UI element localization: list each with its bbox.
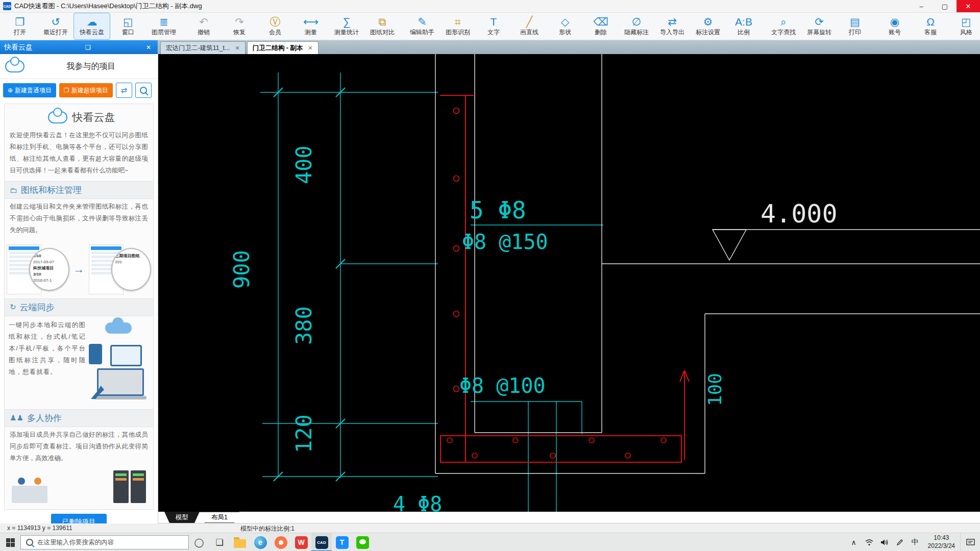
panel-close-icon[interactable]: ✕ bbox=[143, 44, 154, 51]
redo-button[interactable]: ↷恢复 bbox=[222, 13, 257, 40]
wps-taskbar-icon[interactable]: W bbox=[291, 533, 311, 551]
time-text: 10:43 bbox=[928, 534, 955, 542]
cad-drawing-canvas[interactable]: 400 900 380 120 100 5 Φ8 Φ8 @150 Φ8 @100… bbox=[158, 54, 980, 512]
search-icon bbox=[140, 87, 147, 94]
promo-panel: 快看云盘 欢迎使用快看云盘！在这里您不仅可以同步图纸和标注到手机、电脑等各个平台… bbox=[4, 104, 154, 510]
cloud-drive-panel: 快看云盘 ❏ ✕ 我参与的项目 ⊕ 新建普通项目 ❒ 新建超级项目 ⇄ 快看云盘… bbox=[0, 40, 158, 523]
printer-icon: ▤ bbox=[850, 16, 860, 28]
browser-taskbar-icon[interactable] bbox=[271, 533, 291, 551]
draw-line-button[interactable]: ╱画直线 bbox=[511, 13, 547, 40]
taskbar-clock[interactable]: 10:43 2022/3/24 bbox=[923, 534, 960, 550]
sync-button[interactable]: ⇄ bbox=[116, 83, 132, 98]
super-project-icon: ❒ bbox=[64, 87, 69, 94]
shapes-button[interactable]: ◇形状 bbox=[547, 13, 583, 40]
undo-arrow-icon: ↶ bbox=[199, 16, 208, 28]
task-view-button[interactable]: ❏ bbox=[209, 533, 230, 551]
start-button[interactable] bbox=[0, 533, 20, 551]
screen-rotate-button[interactable]: ⟳屏幕旋转 bbox=[801, 13, 837, 40]
doc-tab-building[interactable]: 宏达门卫二-建筑11_t... ✕ bbox=[160, 41, 246, 54]
measure-stats-button[interactable]: ∑测量统计 bbox=[329, 13, 364, 40]
tray-chevron-icon[interactable]: ∧ bbox=[846, 533, 862, 551]
eraser-icon: ⌫ bbox=[593, 16, 608, 28]
tim-taskbar-icon[interactable]: T bbox=[332, 533, 352, 551]
search-project-button[interactable] bbox=[135, 83, 152, 98]
taskbar-search-input[interactable]: 在这里输入你要搜索的内容 bbox=[20, 535, 189, 549]
doc-tab-structure-active[interactable]: 门卫二结构 - 副本 ✕ bbox=[247, 41, 318, 54]
panel-header: 快看云盘 ❏ ✕ bbox=[0, 40, 158, 54]
rebar-label-5phi8: 5 Φ8 bbox=[470, 196, 526, 224]
model-tab[interactable]: 模型 bbox=[164, 512, 200, 523]
model-layout-tab-bar: 模型 布局1 bbox=[158, 512, 980, 523]
dim-900: 900 bbox=[229, 250, 254, 289]
section-collaboration: ♟♟ 多人协作 bbox=[5, 409, 153, 427]
print-button[interactable]: ▤打印 bbox=[837, 13, 873, 40]
vip-member-button[interactable]: Ⓥ会员 bbox=[257, 13, 293, 40]
style-button[interactable]: ◰风格 bbox=[948, 13, 980, 40]
import-export-button[interactable]: ⇄导入导出 bbox=[654, 13, 690, 40]
wifi-icon[interactable] bbox=[862, 533, 877, 551]
edit-assistant-button[interactable]: ✎编辑助手 bbox=[404, 13, 440, 40]
rebar-label-4phi8: 4 Φ8 bbox=[393, 492, 442, 512]
close-button[interactable]: ✕ bbox=[957, 0, 980, 12]
title-bar: CAD CAD快速看图 - C:\Users\Hasee\Desktop\门卫二… bbox=[0, 0, 980, 13]
text-tool-button[interactable]: T文字 bbox=[476, 13, 511, 40]
my-projects-label: 我参与的项目 bbox=[24, 61, 158, 72]
my-projects-row: 我参与的项目 bbox=[0, 54, 158, 79]
dim-120: 120 bbox=[291, 414, 316, 453]
style-window-icon: ◰ bbox=[961, 16, 971, 28]
magnifier-detail-2: 三期项目图纸 201 bbox=[111, 248, 151, 291]
search-doc-icon: ⌕ bbox=[780, 16, 787, 28]
undo-button[interactable]: ↶撤销 bbox=[186, 13, 222, 40]
section-drawing-annotation-management: 🗀 图纸和标注管理 bbox=[5, 181, 153, 199]
hide-annotations-button[interactable]: ∅隐藏标注 bbox=[619, 13, 654, 40]
customer-service-button[interactable]: Ω客服 bbox=[913, 13, 948, 40]
shape-recognition-button[interactable]: ⌗图形识别 bbox=[440, 13, 476, 40]
tab-close-icon[interactable]: ✕ bbox=[235, 45, 239, 52]
layer-manager-button[interactable]: ≣图层管理 bbox=[146, 13, 182, 40]
person-icon: ◉ bbox=[890, 16, 899, 28]
window-frame-icon: ◱ bbox=[123, 16, 133, 28]
edge-taskbar-icon[interactable]: e bbox=[250, 533, 271, 551]
file-explorer-taskbar-icon[interactable] bbox=[230, 533, 250, 551]
panel-float-icon[interactable]: ❏ bbox=[83, 44, 93, 51]
pen-icon[interactable] bbox=[892, 533, 908, 551]
deleted-projects-button[interactable]: 已删除项目 bbox=[51, 514, 107, 523]
layout1-tab[interactable]: 布局1 bbox=[200, 512, 239, 523]
text-search-button[interactable]: ⌕文字查找 bbox=[766, 13, 801, 40]
scale-button[interactable]: A:B比例 bbox=[726, 13, 762, 40]
volume-icon[interactable] bbox=[877, 533, 892, 551]
new-super-project-button[interactable]: ❒ 新建超级项目 bbox=[59, 83, 113, 97]
section3-paragraph: 添加项目成员并共享自己做好的标注，其他成员同步后即可查看标注。项目沟通协作从此变… bbox=[5, 427, 153, 468]
cursor-coordinates: x = 1134913 y = 139611 bbox=[7, 524, 72, 532]
cortana-button[interactable]: ◯ bbox=[189, 533, 209, 551]
delete-button[interactable]: ⌫删除 bbox=[583, 13, 619, 40]
recent-open-button[interactable]: ↺最近打开 bbox=[38, 13, 74, 40]
ime-indicator[interactable]: 中 bbox=[908, 533, 923, 551]
plus-circle-icon: ⊕ bbox=[8, 87, 13, 94]
windows-logo-icon bbox=[6, 538, 15, 547]
account-button[interactable]: ◉账号 bbox=[877, 13, 913, 40]
wechat-taskbar-icon[interactable] bbox=[352, 533, 373, 551]
drawing-compare-button[interactable]: ⧉图纸对比 bbox=[364, 13, 400, 40]
action-center-button[interactable] bbox=[960, 533, 980, 551]
windows-taskbar: 在这里输入你要搜索的内容 ◯ ❏ e W CAD T ∧ 中 10:43 202… bbox=[0, 533, 980, 551]
cloud-icon: ☁ bbox=[87, 16, 97, 28]
folder-icon bbox=[234, 539, 246, 548]
maximize-button[interactable]: ▢ bbox=[933, 0, 957, 12]
window-button[interactable]: ◱窗口 bbox=[110, 13, 146, 40]
minimize-button[interactable]: – bbox=[910, 0, 933, 12]
eye-slash-icon: ∅ bbox=[632, 16, 641, 28]
tim-icon: T bbox=[336, 536, 349, 549]
system-tray: ∧ 中 10:43 2022/3/24 bbox=[846, 533, 980, 551]
cad-viewer-taskbar-icon[interactable]: CAD bbox=[311, 533, 332, 551]
tab-close-icon[interactable]: ✕ bbox=[308, 45, 312, 52]
new-normal-project-button[interactable]: ⊕ 新建普通项目 bbox=[3, 83, 56, 97]
wall-outline bbox=[435, 54, 980, 473]
dim-100: 100 bbox=[704, 373, 725, 406]
desk-shape bbox=[12, 486, 47, 503]
measure-button[interactable]: ⟷测量 bbox=[293, 13, 329, 40]
cloud-drive-button[interactable]: ☁快看云盘 bbox=[74, 13, 110, 40]
open-button[interactable]: ❐打开 bbox=[2, 13, 38, 40]
welcome-paragraph: 欢迎使用快看云盘！在这里您不仅可以同步图纸和标注到手机、电脑等各个平台，还可以分… bbox=[5, 128, 153, 181]
annotation-settings-button[interactable]: ⚙标注设置 bbox=[690, 13, 726, 40]
